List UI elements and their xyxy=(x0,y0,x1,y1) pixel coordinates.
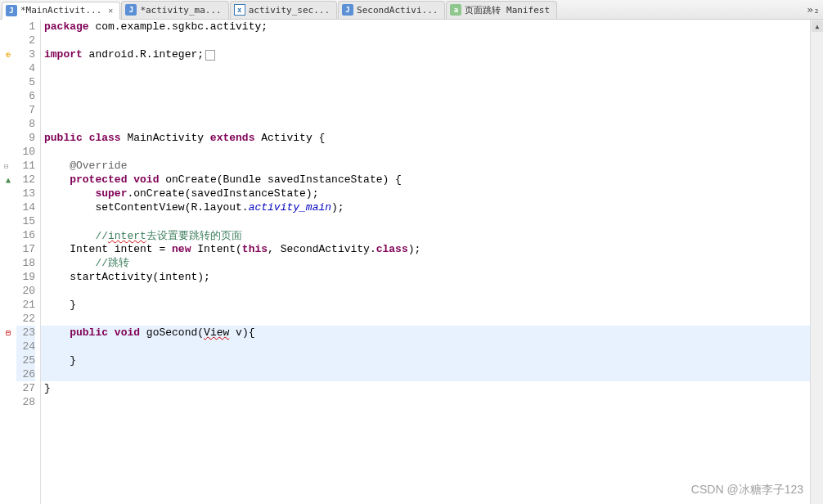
code-line[interactable]: } xyxy=(44,381,823,395)
gutter-mark xyxy=(0,395,16,409)
gutter-mark xyxy=(0,242,16,256)
tab-second-activity[interactable]: J SecondActivi... xyxy=(338,1,445,19)
line-number: 16 xyxy=(16,228,35,242)
tab-label: *MainActivit... xyxy=(20,5,101,16)
override-up-icon: ▲ xyxy=(6,175,11,184)
line-number: 26 xyxy=(16,367,35,381)
java-file-icon: J xyxy=(125,4,137,16)
editor-tabs: J *MainActivit... ✕ J *activity_ma... x … xyxy=(0,0,823,20)
line-number: 5 xyxy=(16,75,35,89)
java-file-icon: J xyxy=(342,4,353,16)
code-line[interactable]: protected void onCreate(Bundle savedInst… xyxy=(44,173,823,187)
line-number: 17 xyxy=(16,242,35,256)
code-line[interactable]: startActivity(intent); xyxy=(44,270,823,284)
line-number: 11 xyxy=(16,159,35,173)
code-line[interactable]: //跳转 xyxy=(44,256,823,270)
line-number: 19 xyxy=(16,270,35,284)
gutter-mark xyxy=(0,145,16,159)
gutter: ⊕⊟▲⊟ xyxy=(0,20,16,504)
line-number: 12 xyxy=(16,173,35,187)
gutter-mark: ⊟ xyxy=(0,159,16,173)
line-number: 7 xyxy=(16,103,35,117)
line-number: 2 xyxy=(16,34,35,47)
line-number: 28 xyxy=(16,395,35,409)
gutter-mark xyxy=(0,270,16,284)
line-number: 8 xyxy=(16,117,35,131)
tab-main-activity[interactable]: J *MainActivit... ✕ xyxy=(2,2,120,20)
code-line[interactable]: super.onCreate(savedInstanceState); xyxy=(44,187,823,200)
gutter-mark xyxy=(0,75,16,89)
code-line[interactable]: } xyxy=(44,298,823,312)
line-number: 1 xyxy=(16,20,35,34)
tab-label: 页面跳转 Manifest xyxy=(465,4,550,16)
gutter-mark xyxy=(0,117,16,131)
code-line[interactable] xyxy=(44,312,823,326)
scroll-up-button[interactable]: ▲ xyxy=(812,20,823,32)
code-area[interactable]: package com.example.sgkbc.activity;impor… xyxy=(41,20,823,504)
line-number: 22 xyxy=(16,312,35,326)
error-icon: ⊟ xyxy=(6,328,11,337)
code-line[interactable] xyxy=(41,340,823,353)
gutter-mark: ⊟ xyxy=(0,326,16,340)
vertical-scrollbar[interactable]: ▲ xyxy=(810,20,823,504)
gutter-mark xyxy=(0,353,16,367)
code-line[interactable]: Intent intent = new Intent(this, SecondA… xyxy=(44,242,823,256)
line-number: 3 xyxy=(16,47,35,61)
code-editor: ⊕⊟▲⊟ 12345678910111213141516171819202122… xyxy=(0,20,823,504)
code-line[interactable]: public class MainActivity extends Activi… xyxy=(44,131,823,145)
line-number: 20 xyxy=(16,284,35,298)
code-line[interactable] xyxy=(44,89,823,103)
tab-label: activity_sec... xyxy=(249,5,330,16)
line-number: 18 xyxy=(16,256,35,270)
code-line[interactable] xyxy=(44,75,823,89)
code-line[interactable]: package com.example.sgkbc.activity; xyxy=(44,20,823,34)
code-line[interactable] xyxy=(44,284,823,298)
code-line[interactable] xyxy=(44,117,823,131)
code-line[interactable]: import android.R.integer; xyxy=(44,47,823,61)
code-line[interactable]: setContentView(R.layout.activity_main); xyxy=(44,200,823,214)
tab-activity-sec[interactable]: x activity_sec... xyxy=(230,1,337,19)
line-number: 9 xyxy=(16,131,35,145)
gutter-mark xyxy=(0,103,16,117)
line-number: 21 xyxy=(16,298,35,312)
tab-activity-main-xml[interactable]: J *activity_ma... xyxy=(121,1,228,19)
line-number: 24 xyxy=(16,340,35,353)
manifest-file-icon: a xyxy=(450,4,461,16)
tab-label: SecondActivi... xyxy=(357,5,438,16)
close-icon[interactable]: ✕ xyxy=(108,6,113,15)
xml-file-icon: x xyxy=(234,4,245,16)
gutter-mark xyxy=(0,340,16,353)
gutter-mark xyxy=(0,61,16,75)
code-line[interactable]: } xyxy=(41,353,823,367)
tab-overflow-button[interactable]: »₂ xyxy=(803,3,823,16)
gutter-mark xyxy=(0,256,16,270)
gutter-mark xyxy=(0,200,16,214)
code-line[interactable] xyxy=(44,103,823,117)
gutter-mark xyxy=(0,284,16,298)
line-number: 10 xyxy=(16,145,35,159)
gutter-mark xyxy=(0,187,16,200)
code-line[interactable]: //intert去设置要跳转的页面 xyxy=(44,228,823,242)
code-line[interactable] xyxy=(44,395,823,409)
code-line[interactable]: @Override xyxy=(44,159,823,173)
gutter-mark xyxy=(0,20,16,34)
gutter-mark: ▲ xyxy=(0,173,16,187)
code-line[interactable]: public void goSecond(View v){ xyxy=(41,326,823,340)
code-line[interactable] xyxy=(44,214,823,228)
gutter-mark xyxy=(0,228,16,242)
code-line[interactable] xyxy=(41,367,823,381)
line-number: 14 xyxy=(16,200,35,214)
fold-icon[interactable]: ⊟ xyxy=(4,162,12,170)
gutter-mark: ⊕ xyxy=(0,47,16,61)
line-numbers: 1234567891011121314151617181920212223242… xyxy=(16,20,41,504)
tab-label: *activity_ma... xyxy=(140,5,221,16)
code-line[interactable] xyxy=(44,61,823,75)
code-line[interactable] xyxy=(44,34,823,47)
line-number: 13 xyxy=(16,187,35,200)
tab-manifest[interactable]: a 页面跳转 Manifest xyxy=(446,1,557,19)
code-line[interactable] xyxy=(44,145,823,159)
gutter-mark xyxy=(0,89,16,103)
line-number: 27 xyxy=(16,381,35,395)
gutter-mark xyxy=(0,131,16,145)
gutter-mark xyxy=(0,298,16,312)
